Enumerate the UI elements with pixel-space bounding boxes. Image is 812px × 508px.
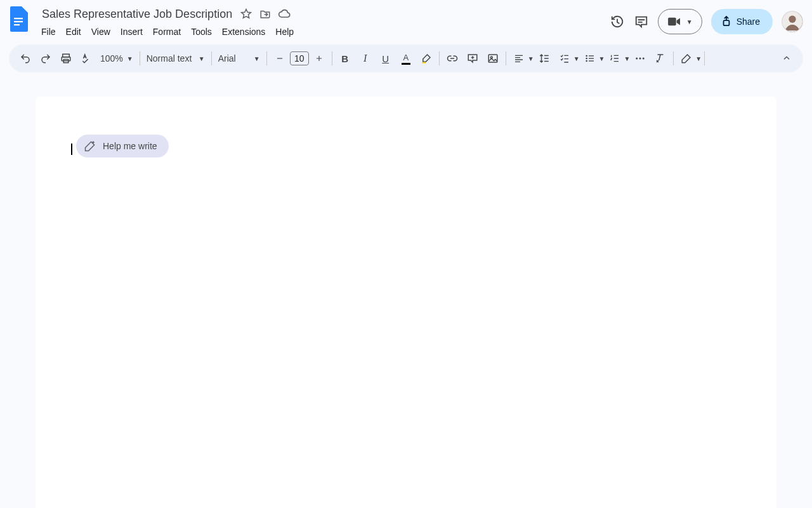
text-color-button[interactable]: A	[396, 48, 416, 69]
menu-view[interactable]: View	[87, 24, 115, 39]
cloud-status-icon[interactable]	[278, 8, 291, 20]
svg-point-20	[643, 58, 645, 60]
menu-help[interactable]: Help	[271, 24, 298, 39]
italic-button[interactable]: I	[355, 48, 376, 69]
separator	[140, 51, 140, 65]
undo-button[interactable]	[15, 48, 36, 69]
avatar[interactable]	[782, 11, 803, 32]
svg-rect-3	[668, 18, 676, 26]
chevron-down-icon: ▼	[254, 55, 260, 62]
separator	[332, 51, 332, 65]
star-icon[interactable]	[240, 8, 252, 20]
add-comment-button[interactable]	[462, 48, 483, 69]
chevron-down-icon[interactable]: ▼	[528, 55, 534, 62]
svg-rect-9	[63, 60, 69, 63]
svg-rect-15	[589, 55, 594, 56]
font-family-selector[interactable]: Arial ▼	[214, 48, 264, 69]
chevron-down-icon[interactable]: ▼	[695, 55, 702, 62]
more-options-button[interactable]	[630, 48, 650, 69]
svg-point-5	[782, 11, 802, 32]
svg-rect-8	[62, 57, 70, 61]
chevron-down-icon[interactable]: ▼	[599, 55, 605, 62]
chevron-down-icon: ▼	[686, 18, 693, 25]
line-spacing-button[interactable]	[534, 48, 554, 69]
menu-extensions[interactable]: Extensions	[218, 24, 270, 39]
separator	[506, 51, 506, 65]
history-icon[interactable]	[610, 14, 625, 29]
zoom-value: 100%	[100, 53, 123, 64]
menu-insert[interactable]: Insert	[116, 24, 147, 39]
print-button[interactable]	[56, 48, 76, 69]
svg-point-19	[639, 58, 641, 60]
text-cursor	[71, 144, 72, 155]
svg-point-13	[586, 58, 587, 60]
decrease-font-size-button[interactable]	[270, 48, 290, 69]
checklist-button[interactable]	[554, 48, 575, 69]
menu-edit[interactable]: Edit	[62, 24, 86, 39]
menu-tools[interactable]: Tools	[187, 24, 216, 39]
redo-button[interactable]	[36, 48, 56, 69]
svg-point-6	[789, 16, 796, 23]
svg-rect-10	[488, 55, 497, 62]
font-size-value: 10	[294, 53, 304, 64]
chevron-down-icon[interactable]: ▼	[573, 55, 580, 62]
clear-formatting-button[interactable]	[650, 48, 671, 69]
docs-logo[interactable]	[9, 5, 32, 33]
separator	[704, 51, 705, 65]
svg-point-11	[490, 57, 492, 58]
underline-button[interactable]: U	[376, 48, 396, 69]
editing-mode-button[interactable]	[676, 48, 697, 69]
bulleted-list-button[interactable]	[580, 48, 600, 69]
help-me-write-label: Help me write	[103, 141, 157, 151]
chevron-down-icon: ▼	[127, 55, 133, 62]
zoom-selector[interactable]: 100% ▼	[96, 48, 137, 69]
help-me-write-chip[interactable]: Help me write	[76, 135, 169, 157]
separator	[266, 51, 267, 65]
chevron-down-icon[interactable]: ▼	[624, 55, 630, 62]
align-button[interactable]	[509, 48, 529, 69]
toolbar: 100% ▼ Normal text ▼ Arial ▼ 10 B I U A	[9, 44, 803, 72]
svg-rect-17	[589, 60, 594, 61]
svg-point-18	[636, 58, 638, 60]
separator	[673, 51, 674, 65]
insert-image-button[interactable]	[483, 48, 503, 69]
separator	[211, 51, 212, 65]
document-page[interactable]: Help me write	[36, 97, 776, 508]
menu-file[interactable]: File	[37, 24, 60, 39]
collapse-toolbar-button[interactable]	[776, 48, 797, 69]
spellcheck-button[interactable]	[76, 48, 96, 69]
separator	[439, 51, 440, 65]
numbered-list-button[interactable]	[605, 48, 625, 69]
video-call-button[interactable]: ▼	[658, 9, 702, 34]
highlight-color-button[interactable]	[416, 48, 436, 69]
share-button[interactable]: Share	[711, 9, 773, 34]
svg-point-14	[586, 60, 587, 62]
document-surface: Help me write	[0, 75, 812, 508]
svg-rect-16	[589, 58, 594, 58]
svg-rect-1	[14, 21, 23, 22]
menubar: File Edit View Insert Format Tools Exten…	[37, 24, 610, 39]
svg-rect-4	[723, 20, 729, 25]
insert-link-button[interactable]	[442, 48, 462, 69]
chevron-down-icon: ▼	[199, 55, 205, 62]
svg-rect-2	[14, 24, 20, 25]
svg-point-12	[586, 55, 587, 57]
svg-rect-7	[63, 54, 70, 57]
share-label: Share	[737, 17, 760, 27]
paragraph-style-selector[interactable]: Normal text ▼	[143, 48, 209, 69]
document-title[interactable]: Sales Representative Job Description	[41, 8, 233, 21]
font-size-input[interactable]: 10	[290, 51, 309, 65]
font-family-value: Arial	[218, 53, 236, 64]
move-folder-icon[interactable]	[259, 8, 272, 20]
bold-button[interactable]: B	[335, 48, 355, 69]
paragraph-style-value: Normal text	[147, 53, 192, 64]
menu-format[interactable]: Format	[148, 24, 185, 39]
increase-font-size-button[interactable]	[309, 48, 329, 69]
pencil-sparkle-icon	[84, 140, 96, 152]
comments-icon[interactable]	[634, 14, 649, 29]
svg-rect-0	[14, 18, 23, 19]
